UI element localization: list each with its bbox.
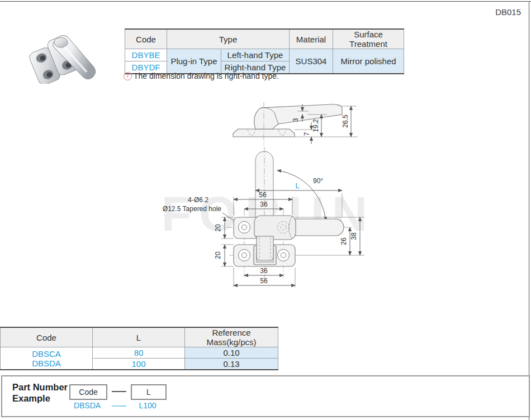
page-top-border [0,1,531,2]
spec-type-main: Plug-in Type [167,49,221,74]
hole-count-label: 4-Ø6.2 [188,196,208,204]
spec-header-surface: Surface Treatment [333,29,404,49]
size-mass-013: 0.13 [185,359,278,370]
dim-26-5-label: 26.5 [342,114,349,128]
note-text: The dimension drawing is right-hand type… [134,71,279,80]
dimension-drawing: FORUN 3 7 19 [145,87,391,293]
dim-top56-label: 56 [259,191,267,199]
dim-L-label: L [295,182,299,190]
dim-90deg-label: 90° [313,177,323,185]
spec-header-type: Type [167,29,290,49]
size-header-row: Code L Reference Mass(kg/pcs) [1,327,278,347]
code-link-dbybe[interactable]: DBYBE [125,49,167,61]
part-number-example-connector [112,405,126,407]
spec-table: Code Type Material Surface Treatment DBY… [125,28,404,74]
dim-20-bottom-label: 20 [214,251,222,259]
part-number-title-line1: Part Number [12,381,68,393]
part-number-example-code: DBSDA [67,401,107,410]
spec-surface: Mirror polished [333,49,404,74]
size-l-100: 100 [93,359,185,370]
info-icon: i [124,72,132,80]
spec-header-material: Material [290,29,333,49]
spec-header-row: Code Type Material Surface Treatment [125,29,404,49]
catalog-page: DB015 Code T [0,0,531,420]
dim-3-label: 3 [292,118,300,122]
dim-19-2-label: 19.2 [312,119,320,132]
latch-tongue [257,236,273,260]
size-row-1: DBSCA DBSDA 80 0.10 [1,347,278,359]
product-photo [20,25,101,84]
spec-header-code: Code [125,29,167,49]
part-number-title: Part Number Example [12,381,68,404]
size-header-code: Code [1,327,93,347]
code-link-dbsda[interactable]: DBSDA [2,359,91,368]
page-right-border [529,1,529,420]
dim-20-top-label: 20 [214,224,222,232]
size-mass-010: 0.10 [185,347,278,359]
size-header-l: L [93,327,185,347]
dimension-note: i The dimension drawing is right-hand ty… [124,71,279,80]
dim-38-label: 38 [350,232,358,240]
size-code-cell: DBSCA DBSDA [1,347,93,370]
part-number-l-box: L [131,384,167,400]
size-header-mass: Reference Mass(kg/pcs) [185,327,278,347]
spec-material: SUS304 [290,49,333,74]
dim-26-label: 26 [340,237,348,245]
handle-bar [290,219,344,236]
dim-7-label: 7 [303,132,311,136]
part-number-example-l: L100 [129,401,167,410]
size-table: Code L Reference Mass(kg/pcs) DBSCA DBSD… [0,327,278,370]
part-number-connector [112,391,126,392]
size-l-80: 80 [93,347,185,359]
dim-bottom36-label: 36 [260,267,268,275]
code-link-dbsca[interactable]: DBSCA [2,349,91,359]
hole-note-label: Ø12.5 Tapered hole [163,205,222,213]
dim-top36-label: 36 [260,201,268,208]
doc-code: DB015 [495,7,521,17]
spec-type-left: Left-hand Type [221,49,290,61]
dim-bottom56-label: 56 [260,277,268,285]
part-number-title-line2: Example [12,393,68,404]
part-number-example-box: Part Number Example Code L DBSDA L100 [1,375,530,417]
part-number-code-box: Code [69,384,107,400]
side-view: 3 7 19.2 26.5 [233,102,358,146]
spec-row-1: DBYBE Plug-in Type Left-hand Type SUS304… [125,49,404,61]
